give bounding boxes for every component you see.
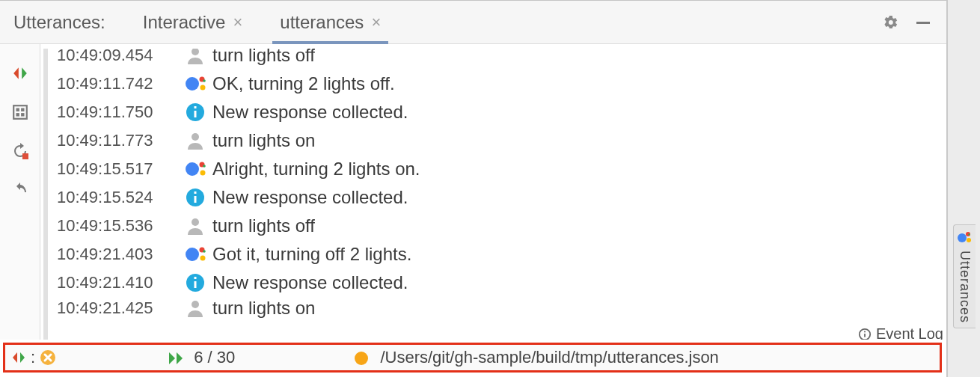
log-message: turn lights on xyxy=(212,298,315,319)
svg-point-8 xyxy=(186,77,199,91)
log-row: 10:49:11.773turn lights on xyxy=(51,126,946,155)
tool-gutter xyxy=(0,44,40,340)
assistant-icon xyxy=(184,73,206,95)
log-row: 10:49:21.425turn lights on xyxy=(51,297,946,319)
log-timestamp: 10:49:15.524 xyxy=(57,188,184,207)
svg-point-36 xyxy=(958,233,967,242)
log-message: turn lights off xyxy=(212,215,315,236)
svg-rect-21 xyxy=(195,196,197,203)
expand-collapse-icon[interactable] xyxy=(9,62,31,85)
user-icon xyxy=(184,215,206,237)
log-timestamp: 10:49:15.517 xyxy=(57,159,184,179)
svg-rect-0 xyxy=(916,22,930,24)
svg-point-26 xyxy=(200,256,206,261)
log-message: Got it, turning off 2 lights. xyxy=(212,244,411,265)
side-tab-label: Utterances xyxy=(957,251,973,323)
svg-rect-1 xyxy=(13,105,27,119)
log-message: New response collected. xyxy=(212,272,408,293)
info-icon xyxy=(184,101,206,123)
event-log-link[interactable]: Event Log xyxy=(858,325,943,340)
user-icon xyxy=(184,129,206,152)
svg-point-19 xyxy=(203,165,206,168)
side-tab-utterances[interactable]: Utterances xyxy=(953,224,976,328)
log-row: 10:49:11.742OK, turning 2 lights off. xyxy=(51,70,946,98)
log-message: Alright, turning 2 lights on. xyxy=(212,159,420,180)
svg-rect-13 xyxy=(195,111,197,117)
svg-point-16 xyxy=(186,162,199,176)
status-bar: : 6 / 30 /Users/git/gh-sample/build/tmp/… xyxy=(3,343,942,373)
svg-point-7 xyxy=(192,49,199,55)
log-row: 10:49:15.517Alright, turning 2 lights on… xyxy=(51,155,946,183)
status-separator: : xyxy=(31,348,35,367)
tab-label: utterances xyxy=(280,12,364,33)
svg-rect-4 xyxy=(16,113,19,116)
svg-point-39 xyxy=(968,233,970,235)
svg-rect-30 xyxy=(195,277,197,279)
gear-icon[interactable] xyxy=(881,13,900,32)
svg-rect-29 xyxy=(195,281,197,288)
event-log-label: Event Log xyxy=(876,325,943,340)
svg-point-11 xyxy=(203,79,206,82)
close-icon[interactable]: × xyxy=(371,13,381,32)
svg-rect-5 xyxy=(21,113,24,116)
play-fast-icon[interactable] xyxy=(168,351,185,366)
log-message: turn lights on xyxy=(212,130,315,151)
close-icon[interactable]: × xyxy=(233,13,242,32)
svg-rect-34 xyxy=(864,331,866,332)
log-timestamp: 10:49:09.454 xyxy=(57,49,184,65)
svg-point-18 xyxy=(200,171,206,176)
tab-label: Interactive xyxy=(143,12,226,33)
panel-header: Utterances: Interactive × utterances × xyxy=(0,1,946,44)
minimize-icon[interactable] xyxy=(913,13,933,32)
svg-rect-33 xyxy=(864,334,866,337)
svg-rect-3 xyxy=(21,108,24,111)
log-timestamp: 10:49:21.403 xyxy=(57,245,184,264)
svg-rect-6 xyxy=(22,153,28,159)
log-timestamp: 10:49:11.750 xyxy=(57,102,184,122)
log-message: turn lights off xyxy=(212,49,315,66)
svg-rect-22 xyxy=(195,191,197,194)
log-row: 10:49:21.403Got it, turning off 2 lights… xyxy=(51,240,946,269)
panel-title: Utterances: xyxy=(13,12,105,33)
log-row: 10:49:15.524New response collected. xyxy=(51,183,946,212)
log-timestamp: 10:49:11.742 xyxy=(57,74,184,94)
svg-point-24 xyxy=(186,248,199,261)
log-row: 10:49:21.410New response collected. xyxy=(51,269,946,297)
file-status-icon xyxy=(355,352,368,365)
log-row: 10:49:15.536turn lights off xyxy=(51,212,946,240)
info-icon xyxy=(184,186,206,209)
log-message: New response collected. xyxy=(212,102,408,123)
log-timestamp: 10:49:21.425 xyxy=(57,298,184,318)
user-icon xyxy=(184,297,206,319)
tab-interactive[interactable]: Interactive × xyxy=(135,1,251,43)
log-timestamp: 10:49:15.536 xyxy=(57,216,184,236)
right-rail: Utterances xyxy=(947,0,980,377)
svg-point-31 xyxy=(192,301,199,308)
svg-point-10 xyxy=(200,85,206,91)
assistant-icon xyxy=(957,230,972,245)
log-list: 10:49:09.454turn lights off10:49:11.742O… xyxy=(43,49,946,340)
log-timestamp: 10:49:21.410 xyxy=(57,273,184,292)
svg-point-27 xyxy=(203,250,206,253)
log-row: 10:49:09.454turn lights off xyxy=(51,49,946,70)
progress-count: 6 / 30 xyxy=(194,348,235,367)
tab-utterances[interactable]: utterances × xyxy=(272,1,388,43)
expand-collapse-icon[interactable] xyxy=(11,350,26,365)
svg-rect-14 xyxy=(195,106,197,108)
svg-point-23 xyxy=(192,218,199,226)
log-message: New response collected. xyxy=(212,187,408,208)
user-icon xyxy=(184,49,206,67)
layout-icon[interactable] xyxy=(9,101,31,123)
assistant-icon xyxy=(184,243,206,266)
assistant-icon xyxy=(184,158,206,180)
cancel-icon[interactable] xyxy=(40,349,56,366)
log-message: OK, turning 2 lights off. xyxy=(212,73,395,94)
svg-rect-2 xyxy=(16,108,19,111)
log-timestamp: 10:49:11.773 xyxy=(57,131,184,150)
info-icon xyxy=(184,272,206,294)
undo-icon[interactable] xyxy=(9,179,31,201)
rerun-stop-icon[interactable] xyxy=(9,140,31,162)
log-row: 10:49:11.750New response collected. xyxy=(51,98,946,126)
svg-point-15 xyxy=(192,133,199,141)
file-path: /Users/git/gh-sample/build/tmp/utterance… xyxy=(380,348,718,367)
